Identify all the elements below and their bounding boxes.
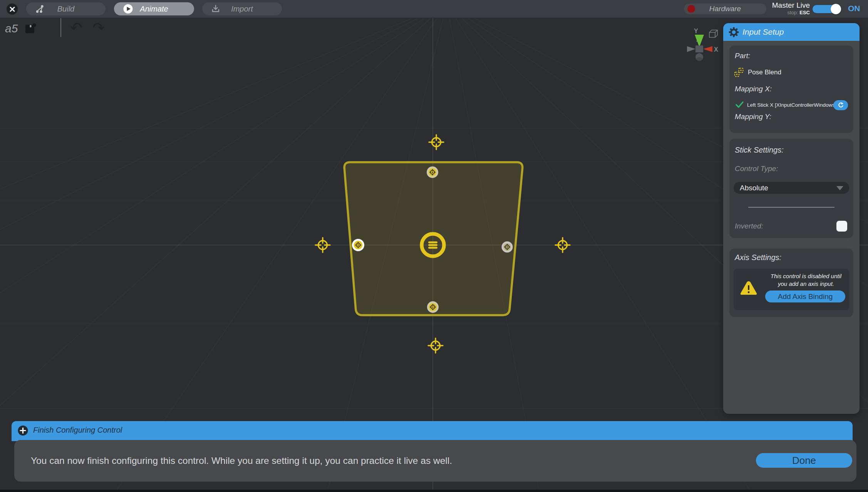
axis-target-top[interactable] xyxy=(429,135,444,149)
edge-handle-right[interactable] xyxy=(502,242,513,253)
undo-icon: ↶ xyxy=(70,20,82,36)
axis-target-bottom[interactable] xyxy=(428,338,443,353)
redo-icon: ↷ xyxy=(92,20,105,36)
input-setup-header: Input Setup xyxy=(723,23,860,41)
finish-configuring-header[interactable]: Finish Configuring Control xyxy=(12,421,853,441)
redo-button[interactable]: ↷ xyxy=(92,18,105,38)
hardware-button[interactable]: Hardware xyxy=(684,3,766,14)
gizmo-hub xyxy=(695,45,703,52)
done-button[interactable]: Done xyxy=(756,453,852,468)
gizmo-x-label: X xyxy=(714,46,718,53)
master-live-toggle[interactable] xyxy=(813,5,841,13)
part-mapping-card: Part: Pose Blend Mapping X: Left Stick X xyxy=(729,45,853,133)
input-setup-panel: Input Setup Part: Pose Blend Mapping X: xyxy=(723,23,860,414)
finish-title: Finish Configuring Control xyxy=(33,421,122,439)
panel-title: Input Setup xyxy=(742,23,784,41)
document-name: a5 xyxy=(5,22,18,35)
tab-build[interactable]: Build xyxy=(26,2,106,15)
hardware-label: Hardware xyxy=(709,5,741,13)
control-type-dropdown[interactable]: Absolute xyxy=(734,182,849,194)
gizmo-x-axis[interactable] xyxy=(703,46,712,52)
finish-message-panel: You can now finish configuring this cont… xyxy=(14,440,856,482)
play-icon xyxy=(123,4,133,14)
edge-handle-left[interactable] xyxy=(352,239,364,251)
tab-import-label: Import xyxy=(231,5,253,13)
import-download-icon xyxy=(211,5,220,13)
warning-icon xyxy=(740,280,757,296)
stop-key: ESC xyxy=(799,10,810,15)
add-axis-binding-button[interactable]: Add Axis Binding xyxy=(765,290,845,302)
part-value: Pose Blend xyxy=(748,69,781,76)
app-window: Build Animate Import Hardware Maste xyxy=(0,0,868,492)
inverted-checkbox[interactable] xyxy=(836,221,847,232)
master-live-stop-hint: stop: ESC xyxy=(787,10,810,15)
undo-button[interactable]: ↶ xyxy=(70,18,82,38)
axis-settings-card: Axis Settings: This control is disabled … xyxy=(729,249,853,317)
mapping-x-label: Mapping X: xyxy=(735,85,772,93)
tab-import[interactable]: Import xyxy=(202,2,282,15)
gizmo-base-shadow xyxy=(696,57,703,61)
chevron-down-icon xyxy=(836,186,843,190)
stop-label: stop: xyxy=(787,10,798,15)
plus-icon xyxy=(18,425,28,436)
stick-settings-card: Stick Settings: Control Type: Absolute I… xyxy=(729,139,853,238)
build-rig-icon xyxy=(35,4,45,13)
axis-settings-label: Axis Settings: xyxy=(735,253,781,262)
tab-animate[interactable]: Animate xyxy=(114,2,194,15)
gear-icon xyxy=(729,27,739,37)
axis-warning-box: This control is disabled until you add a… xyxy=(734,269,849,310)
check-icon xyxy=(736,101,744,108)
edge-handle-bottom[interactable] xyxy=(427,301,439,313)
orientation-gizmo[interactable]: Y Z X xyxy=(685,22,722,66)
view-cube-icon[interactable] xyxy=(709,30,717,37)
slider-track[interactable] xyxy=(748,207,834,208)
pose-blend-icon xyxy=(734,67,744,77)
remap-x-button[interactable] xyxy=(833,100,848,110)
tab-animate-label: Animate xyxy=(140,5,168,13)
edge-handle-top[interactable] xyxy=(427,166,438,178)
axis-warning-text: This control is disabled until you add a… xyxy=(766,272,846,288)
master-live-state: ON xyxy=(848,4,860,13)
mapping-y-label: Mapping Y: xyxy=(735,113,771,121)
inverted-label: Inverted: xyxy=(735,222,763,230)
gizmo-neg-x-axis[interactable] xyxy=(687,46,695,52)
top-toolbar: Build Animate Import Hardware Maste xyxy=(0,0,868,18)
control-type-label: Control Type: xyxy=(735,165,778,173)
close-icon xyxy=(10,7,15,12)
record-dot-icon xyxy=(687,5,695,13)
finish-message: You can now finish configuring this cont… xyxy=(31,440,452,482)
close-button[interactable] xyxy=(7,3,18,15)
bottom-edge-strip xyxy=(0,490,868,492)
mapping-x-row: Left Stick X [XInputControllerWindows] xyxy=(736,100,848,110)
stick-settings-label: Stick Settings: xyxy=(735,146,784,154)
gizmo-y-label: Y xyxy=(694,28,698,34)
part-label: Part: xyxy=(735,52,750,60)
toggle-knob[interactable] xyxy=(831,4,841,14)
tab-build-label: Build xyxy=(57,5,74,13)
toolbar-divider xyxy=(60,18,61,37)
save-floppy-icon xyxy=(24,23,36,35)
save-button[interactable] xyxy=(24,23,36,35)
part-value-row: Pose Blend xyxy=(734,67,781,78)
master-live-label: Master Live xyxy=(772,1,810,10)
mapping-x-value: Left Stick X [XInputControllerWindows] xyxy=(747,102,836,108)
control-type-value: Absolute xyxy=(740,182,768,194)
pose-blend-control-area[interactable] xyxy=(344,162,523,315)
refresh-icon xyxy=(838,102,844,108)
